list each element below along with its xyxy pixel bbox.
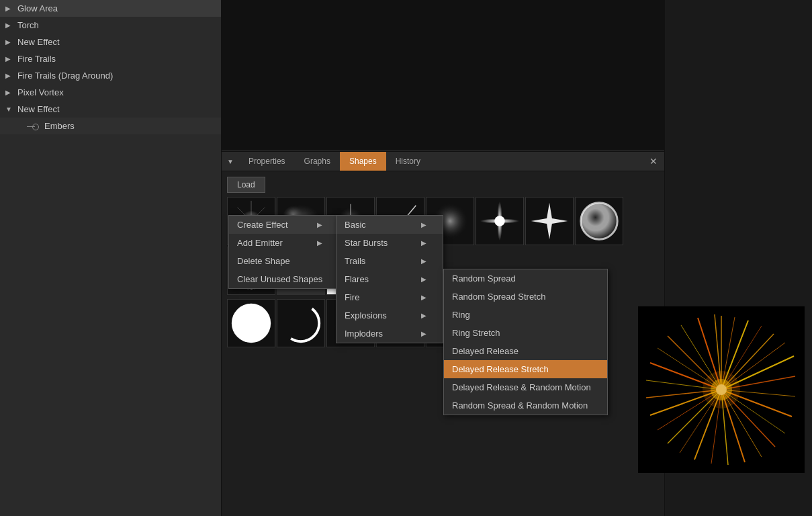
submenu-arrow-icon: ▶	[421, 221, 426, 228]
submenu1-item-flares[interactable]: Flares ▶	[336, 270, 443, 288]
menu-item-label: Random Spread & Random Motion	[452, 400, 588, 411]
submenu2-item-delayed-release[interactable]: Delayed Release	[444, 342, 607, 360]
sidebar-item-pixel-vortex[interactable]: Pixel Vortex	[0, 84, 221, 101]
svg-point-20	[497, 202, 502, 241]
submenu1-item-explosions[interactable]: Explosions ▶	[336, 306, 443, 325]
menu-item-label: Random Spread Stretch	[452, 292, 545, 302]
submenu-arrow-icon: ▶	[421, 294, 426, 301]
menu-item-label: Delayed Release	[452, 346, 518, 356]
submenu-arrow-icon: ▶	[421, 275, 426, 283]
menu-item-label: Delete Shape	[237, 256, 290, 266]
sidebar-item-fire-trails[interactable]: Fire Trails	[0, 50, 221, 67]
menu-item-clear-unused-shapes[interactable]: Clear Unused Shapes	[229, 270, 339, 288]
menu-item-label: Delayed Release Stretch	[452, 364, 549, 374]
submenu1-item-fire[interactable]: Fire ▶	[336, 288, 443, 306]
shape-thumb-4point-star[interactable]	[525, 197, 574, 245]
submenu1-item-imploders[interactable]: Imploders ▶	[336, 325, 443, 343]
menu-item-label: Clear Unused Shapes	[237, 274, 322, 284]
shape-thumb-white-circle[interactable]	[227, 299, 275, 347]
sidebar-item-torch[interactable]: Torch	[0, 17, 221, 34]
sidebar-child-label: Embers	[44, 121, 75, 131]
submenu1-item-trails[interactable]: Trails ▶	[336, 252, 443, 270]
submenu2-item-random-spread[interactable]: Random Spread	[444, 269, 607, 288]
menu-item-label: Ring Stretch	[452, 328, 500, 338]
sidebar-item-label: New Effect	[17, 37, 60, 47]
submenu-create-effect: Basic ▶ Star Bursts ▶ Trails ▶ Flares ▶ …	[336, 215, 443, 343]
sidebar-item-label: Fire Trails	[17, 54, 56, 64]
sidebar-item-new-effect-2[interactable]: New Effect	[0, 101, 221, 118]
submenu2-item-ring-stretch[interactable]: Ring Stretch	[444, 324, 607, 342]
menu-item-label: Fire	[345, 292, 359, 302]
close-panel-icon[interactable]: ✕	[643, 153, 664, 170]
load-button[interactable]: Load	[227, 177, 265, 193]
menu-item-label: Create Effect	[237, 220, 288, 230]
submenu-arrow-icon: ▶	[421, 257, 426, 265]
menu-item-label: Flares	[345, 274, 369, 284]
menu-item-delete-shape[interactable]: Delete Shape	[229, 252, 339, 270]
sidebar-item-glow-area[interactable]: Glow Area	[0, 0, 221, 17]
svg-point-25	[581, 203, 617, 239]
submenu-arrow-icon: ▶	[317, 221, 322, 228]
svg-rect-42	[277, 300, 324, 347]
submenu-arrow-icon: ▶	[421, 330, 426, 337]
sidebar-tree: Glow Area Torch New Effect Fire Trails F…	[0, 0, 221, 516]
sidebar-item-label: New Effect	[17, 104, 60, 114]
expand-arrow	[5, 89, 15, 96]
panel-funnel-icon: ▼	[222, 155, 239, 169]
sidebar-item-new-effect-1[interactable]: New Effect	[0, 34, 221, 50]
preview-area	[222, 0, 664, 151]
sidebar-item-label: Glow Area	[17, 3, 58, 13]
menu-item-label: Star Bursts	[345, 238, 388, 248]
expand-arrow	[5, 5, 15, 12]
menu-item-label: Basic	[345, 220, 366, 230]
submenu2-item-random-spread-random-motion[interactable]: Random Spread & Random Motion	[444, 396, 607, 415]
menu-item-label: Imploders	[345, 329, 383, 339]
submenu-basic-effects: Random Spread Random Spread Stretch Ring…	[443, 269, 608, 415]
sidebar-item-label: Pixel Vortex	[17, 87, 64, 97]
shape-thumb-arc[interactable]	[277, 299, 325, 347]
expand-arrow	[5, 105, 15, 113]
main-area: ▼ Properties Graphs Shapes History ✕ Loa…	[222, 0, 664, 516]
shape-thumb-circle-gradient[interactable]	[575, 197, 623, 245]
sidebar-child-embers[interactable]: Embers	[0, 118, 221, 134]
submenu2-item-delayed-release-random-motion[interactable]: Delayed Release & Random Motion	[444, 378, 607, 396]
expand-arrow	[5, 22, 15, 29]
menu-item-label: Explosions	[345, 310, 387, 320]
menu-item-label: Ring	[452, 310, 470, 320]
child-connector-icon	[27, 122, 40, 130]
submenu1-item-basic[interactable]: Basic ▶	[336, 216, 443, 234]
tabs-bar: ▼ Properties Graphs Shapes History ✕	[222, 151, 664, 171]
svg-point-41	[232, 304, 271, 343]
tab-shapes[interactable]: Shapes	[340, 152, 386, 171]
menu-item-label: Trails	[345, 256, 365, 266]
tab-history[interactable]: History	[386, 152, 430, 171]
svg-point-84	[703, 371, 740, 408]
shape-thumb-star-point[interactable]	[476, 197, 524, 245]
firework-preview	[638, 306, 805, 473]
menu-item-label: Random Spread	[452, 273, 516, 284]
submenu2-item-random-spread-stretch[interactable]: Random Spread Stretch	[444, 288, 607, 306]
submenu-arrow-icon: ▶	[421, 312, 426, 319]
submenu-arrow-icon: ▶	[421, 239, 426, 247]
tab-graphs[interactable]: Graphs	[295, 152, 340, 171]
sidebar-item-fire-trails-drag[interactable]: Fire Trails (Drag Around)	[0, 67, 221, 84]
menu-item-label: Delayed Release & Random Motion	[452, 382, 591, 392]
submenu2-item-ring[interactable]: Ring	[444, 306, 607, 324]
submenu2-item-delayed-release-stretch[interactable]: Delayed Release Stretch	[444, 360, 607, 378]
submenu1-item-star-bursts[interactable]: Star Bursts ▶	[336, 234, 443, 252]
menu-item-create-effect[interactable]: Create Effect ▶	[229, 216, 339, 234]
menu-item-label: Add Emitter	[237, 238, 283, 248]
expand-arrow	[5, 55, 15, 62]
context-menu: Create Effect ▶ Add Emitter ▶ Delete Sha…	[228, 215, 339, 289]
tab-properties[interactable]: Properties	[239, 152, 295, 171]
sidebar: Glow Area Torch New Effect Fire Trails F…	[0, 0, 222, 516]
sidebar-item-label: Torch	[17, 20, 39, 30]
menu-item-add-emitter[interactable]: Add Emitter ▶	[229, 234, 339, 252]
submenu-arrow-icon: ▶	[317, 239, 322, 247]
expand-arrow	[5, 38, 15, 46]
sidebar-item-label: Fire Trails (Drag Around)	[17, 71, 113, 81]
expand-arrow	[5, 72, 15, 79]
